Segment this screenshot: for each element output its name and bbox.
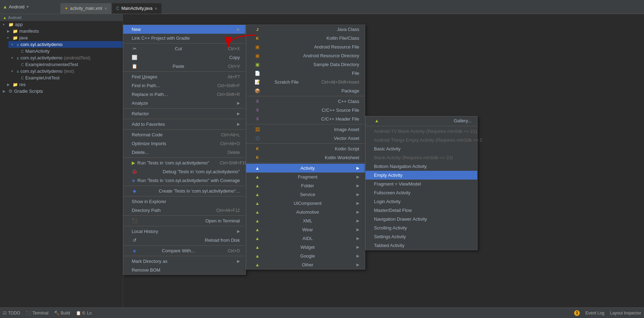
tree-item-java[interactable]: ▾ 📁 java bbox=[4, 34, 123, 41]
menu-item-paste[interactable]: 📋 Paste Ctrl+V bbox=[123, 62, 245, 71]
bottom-tab-warning[interactable]: 1 bbox=[574, 310, 580, 316]
menu-item-fullscreen[interactable]: Fullscreen Activity bbox=[366, 188, 477, 197]
tree-item-gradle[interactable]: ▶ ⚙ Gradle Scripts bbox=[0, 88, 123, 95]
tree-item-package-unittest[interactable]: ▾ c com.syl.activitydemo (test) bbox=[8, 68, 123, 74]
bottom-tab-event-log[interactable]: Event Log bbox=[585, 311, 604, 316]
menu-item-find-path[interactable]: Find in Path... Ctrl+Shift+F bbox=[123, 81, 245, 90]
android-header-icon: ▲ bbox=[3, 15, 7, 20]
tab-main-activity[interactable]: C MainActivity.java ✕ bbox=[112, 3, 162, 14]
image-asset-icon: 🖼 bbox=[255, 127, 260, 132]
android-res-icon: ▣ bbox=[255, 44, 260, 50]
menu-item-favorites[interactable]: Add to Favorites ▶ bbox=[123, 120, 245, 129]
menu-item-uicomponent[interactable]: ▲ UiComponent ▶ bbox=[246, 199, 365, 208]
menu-item-refactor[interactable]: Refactor ▶ bbox=[123, 109, 245, 118]
menu-item-run-coverage[interactable]: ◈ Run 'Tests in 'com.syl.activitydemo'' … bbox=[123, 176, 245, 185]
menu-item-reformat[interactable]: Reformat Code Ctrl+Alt+L bbox=[123, 130, 245, 139]
dropdown-icon[interactable]: ▼ bbox=[26, 5, 29, 9]
menu-item-cut[interactable]: ✂ Cut Ctrl+X bbox=[123, 44, 245, 53]
terminal-icon: ⬛ bbox=[26, 311, 31, 316]
tab-close-2[interactable]: ✕ bbox=[155, 7, 157, 11]
menu-item-compare-with[interactable]: ◈ Compare With... Ctrl+D bbox=[123, 246, 245, 255]
menu-item-directory-path[interactable]: Directory Path Ctrl+Alt+F12 bbox=[123, 206, 245, 215]
tree-item-exampleunittest[interactable]: ▶ C ExampleUnitTest bbox=[13, 74, 123, 81]
menu-item-settings[interactable]: Settings Activity bbox=[366, 232, 477, 241]
menu-item-analyze[interactable]: Analyze ▶ bbox=[123, 99, 245, 108]
menu-item-optimize-imports[interactable]: Optimize Imports Ctrl+Alt+O bbox=[123, 139, 245, 148]
menu-item-kotlin-class[interactable]: K Kotlin File/Class bbox=[246, 34, 365, 43]
menu-item-replace-path[interactable]: Replace in Path... Ctrl+Shift+R bbox=[123, 90, 245, 99]
menu-item-file[interactable]: 📄 File bbox=[246, 69, 365, 78]
aidl-icon: ▲ bbox=[255, 236, 260, 241]
menu-item-run-tests[interactable]: ▶ Run 'Tests in 'com.syl.activitydemo'' … bbox=[123, 158, 245, 167]
menu-item-other[interactable]: ▲ Other ▶ bbox=[246, 260, 365, 269]
menu-item-fragment-viewmodel[interactable]: Fragment + ViewModel bbox=[366, 180, 477, 188]
expand-arrow: ▾ bbox=[7, 36, 11, 40]
menu-item-cpp-source[interactable]: S C/C++ Source File bbox=[246, 106, 365, 115]
menu-item-vector-asset[interactable]: ⬡ Vector Asset bbox=[246, 134, 365, 143]
menu-item-android-resource-file[interactable]: ▣ Android Resource File bbox=[246, 43, 365, 51]
tree-item-exampleinstrumentedtest[interactable]: ▶ C ExampleInstrumentedTest bbox=[13, 61, 123, 68]
menu-item-kotlin-script[interactable]: K Kotlin Script bbox=[246, 144, 365, 153]
menu-item-sample-data-directory[interactable]: ▣ Sample Data Directory bbox=[246, 60, 365, 69]
tree-item-package-test[interactable]: ▾ c com.syl.activitydemo (androidTest) bbox=[8, 54, 123, 61]
menu-item-empty-activity[interactable]: Empty Activity bbox=[366, 171, 477, 180]
tree-item-package-main[interactable]: ▾ c com.syl.activitydemo bbox=[8, 41, 123, 48]
menu-item-package[interactable]: 📦 Package bbox=[246, 86, 365, 95]
menu-item-wear[interactable]: ▲ Wear ▶ bbox=[246, 225, 365, 234]
java-tab-icon: C bbox=[116, 6, 119, 11]
menu-item-local-history[interactable]: Local History ▶ bbox=[123, 227, 245, 236]
bottom-tab-todo[interactable]: ☑ TODO bbox=[3, 311, 20, 316]
scratch-icon: 📝 bbox=[255, 79, 260, 85]
kotlin-script-icon: K bbox=[255, 147, 260, 151]
menu-item-cpp-header[interactable]: S C/C++ Header File bbox=[246, 115, 365, 123]
menu-item-reload-disk[interactable]: ↺ Reload from Disk bbox=[123, 236, 245, 245]
menu-item-delete[interactable]: Delete... Delete bbox=[123, 148, 245, 157]
tree-item-app[interactable]: ▾ 📁 app bbox=[0, 21, 123, 28]
menu-item-widget[interactable]: ▲ Widget ▶ bbox=[246, 243, 365, 252]
menu-item-tabbed[interactable]: Tabbed Activity bbox=[366, 241, 477, 250]
menu-item-java-class[interactable]: J Java Class bbox=[246, 25, 365, 34]
menu-item-show-explorer[interactable]: Show in Explorer bbox=[123, 197, 245, 206]
menu-item-cpp-class[interactable]: S C++ Class bbox=[246, 97, 365, 106]
tree-item-res[interactable]: ▶ 📁 res bbox=[4, 81, 123, 88]
tab-activity-main[interactable]: ✦ activity_main.xml ✕ bbox=[60, 3, 111, 14]
menu-item-debug-tests[interactable]: 🐞 Debug 'Tests in 'com.syl.activitydemo'… bbox=[123, 167, 245, 176]
menu-item-find-usages[interactable]: Find Usages Alt+F7 bbox=[123, 72, 245, 81]
bottom-tab-terminal[interactable]: ⬛ Terminal bbox=[26, 311, 48, 316]
menu-item-nav-drawer[interactable]: Navigation Drawer Activity bbox=[366, 215, 477, 223]
menu-item-open-terminal[interactable]: ⬛ Open in Terminal bbox=[123, 216, 245, 225]
package-icon: c bbox=[17, 43, 19, 47]
menu-item-image-asset[interactable]: 🖼 Image Asset bbox=[246, 125, 365, 134]
menu-item-folder[interactable]: ▲ Folder ▶ bbox=[246, 181, 365, 190]
menu-item-basic-activity[interactable]: Basic Activity bbox=[366, 144, 477, 153]
menu-item-mark-directory[interactable]: Mark Directory as ▶ bbox=[123, 257, 245, 266]
menu-item-link-cpp[interactable]: Link C++ Project with Gradle bbox=[123, 34, 245, 43]
menu-item-aidl[interactable]: ▲ AIDL ▶ bbox=[246, 234, 365, 243]
menu-item-google[interactable]: ▲ Google ▶ bbox=[246, 252, 365, 260]
bottom-tab-build[interactable]: 🔨 Build bbox=[54, 311, 70, 316]
menu-item-master-detail[interactable]: Master/Detail Flow bbox=[366, 206, 477, 215]
menu-item-service[interactable]: ▲ Service ▶ bbox=[246, 190, 365, 199]
tab-close-1[interactable]: ✕ bbox=[104, 7, 107, 11]
menu-item-scrolling[interactable]: Scrolling Activity bbox=[366, 223, 477, 232]
bottom-tab-log[interactable]: 📋 6: Lo bbox=[76, 311, 92, 316]
menu-item-login[interactable]: Login Activity bbox=[366, 197, 477, 206]
menu-item-bottom-nav[interactable]: Bottom Navigation Activity bbox=[366, 162, 477, 171]
menu-item-automotive[interactable]: ▲ Automotive ▶ bbox=[246, 208, 365, 216]
menu-item-new[interactable]: New ▶ bbox=[123, 25, 245, 34]
menu-item-copy[interactable]: ⬜ Copy bbox=[123, 53, 245, 62]
menu-item-remove-bom[interactable]: Remove BOM bbox=[123, 266, 245, 274]
submenu-arrow: ▶ bbox=[237, 101, 240, 105]
bottom-tab-layout-inspector[interactable]: Layout Inspector bbox=[610, 311, 641, 316]
menu-item-android-resource-directory[interactable]: ▣ Android Resource Directory bbox=[246, 51, 365, 60]
menu-item-kotlin-worksheet[interactable]: K Kotlin Worksheet bbox=[246, 153, 365, 162]
main-context-menu: New ▶ Link C++ Project with Gradle ✂ Cut… bbox=[123, 25, 246, 275]
tree-item-manifests[interactable]: ▶ 📁 manifests bbox=[4, 28, 123, 34]
menu-item-scratch-file[interactable]: 📝 Scratch File Ctrl+Alt+Shift+Insert bbox=[246, 78, 365, 86]
tree-item-mainactivity[interactable]: ▶ C MainActivity bbox=[13, 48, 123, 54]
menu-item-activity[interactable]: ▲ Activity ▶ bbox=[246, 164, 365, 173]
menu-item-fragment[interactable]: ▲ Fragment ▶ bbox=[246, 173, 365, 181]
menu-item-create-tests[interactable]: ◆ Create 'Tests in 'com.syl.activitydemo… bbox=[123, 187, 245, 195]
menu-item-gallery[interactable]: ▲ Gallery... bbox=[366, 116, 477, 125]
menu-item-xml[interactable]: ▲ XML ▶ bbox=[246, 216, 365, 225]
